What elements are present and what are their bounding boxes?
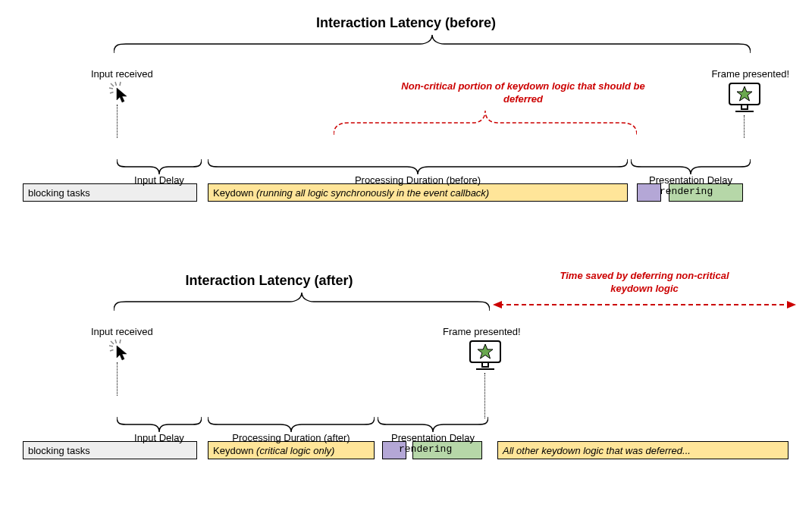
frame-dotted-line-after [484,373,485,418]
red-annotation-before: Non-critical portion of keydown logic th… [394,80,652,106]
input-delay-brace-before: Input Delay [117,159,202,174]
input-received-label-after: Input received [91,324,153,338]
before-sub-braces: Input Delay Processing Duration (before)… [15,159,797,197]
monitor-star-icon [467,340,503,376]
before-title: Interaction Latency (before) [15,15,797,31]
frame-presented-label-before: Frame presented! [711,67,789,80]
monitor-star-icon [726,82,763,118]
red-double-arrow [493,299,796,314]
red-dashed-brace-before [334,111,637,139]
before-top-brace [114,35,751,55]
input-dotted-line-after [117,362,118,396]
frame-dotted-line-before [744,115,745,138]
after-top-brace [114,293,490,312]
processing-brace-before: Processing Duration (before) [208,159,628,174]
input-delay-brace-after: Input Delay [117,417,202,432]
red-annotation-after: Time saved by deferring non-critical key… [546,270,743,296]
frame-presented-label-after: Frame presented! [443,324,521,338]
svg-rect-1 [741,105,748,109]
click-cursor-icon [108,338,133,365]
after-sub-braces: Input Delay Processing Duration (after) … [15,417,797,455]
presentation-brace-before: Presentation Delay [631,159,751,174]
click-cursor-icon [108,80,133,108]
processing-brace-after: Processing Duration (after) [208,417,375,432]
after-title: Interaction Latency (after) [68,273,470,289]
input-received-label-before: Input received [91,67,153,80]
presentation-brace-after: Presentation Delay [378,417,488,432]
before-section: Interaction Latency (before) Input recei… [15,15,797,250]
input-dotted-line-before [117,105,118,138]
svg-rect-5 [482,362,488,367]
after-section: Interaction Latency (after) Time saved b… [15,273,797,485]
